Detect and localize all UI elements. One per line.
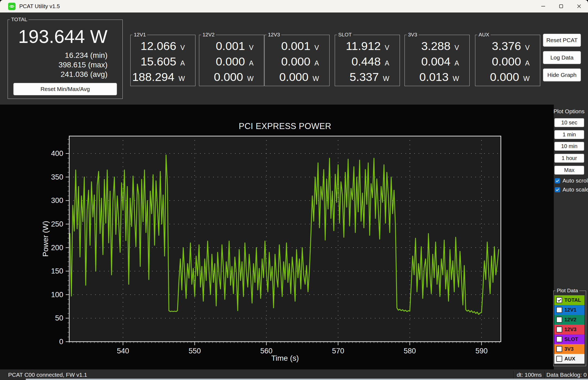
- rail-watts: 188.294: [132, 70, 174, 84]
- power-plot: 5405505605705805900501001502002503003504…: [0, 105, 554, 369]
- rail-panel-12v2: 12V2 0.001V 0.000A 0.000W: [199, 35, 264, 86]
- svg-text:0: 0: [59, 338, 63, 346]
- volts-unit: V: [314, 44, 319, 52]
- x-axis-label: Time (s): [69, 354, 501, 363]
- volts-unit: V: [525, 44, 530, 52]
- rail-volts: 3.376: [492, 39, 521, 53]
- legend-label: 12V1: [564, 307, 576, 313]
- watts-unit: W: [523, 75, 530, 83]
- total-avg-value: 241.036 (avg): [61, 70, 108, 79]
- svg-text:350: 350: [51, 173, 63, 181]
- svg-text:400: 400: [51, 149, 63, 158]
- rail-volts: 11.912: [346, 39, 381, 53]
- volts-unit: V: [385, 44, 389, 52]
- amps-unit: A: [314, 59, 319, 67]
- plot-options-title: Plot Options: [551, 108, 587, 115]
- rail-label: 12V1: [132, 32, 147, 38]
- auto-scale-checkbox[interactable]: Auto scale: [555, 186, 588, 193]
- rail-amps: 0.000: [216, 55, 245, 68]
- reset-pcat-button[interactable]: Reset PCAT: [543, 34, 581, 47]
- watts-unit: W: [383, 75, 389, 83]
- amps-unit: A: [385, 59, 389, 67]
- legend-row-12v3[interactable]: 12V3: [554, 325, 584, 334]
- plot-range-max-button[interactable]: Max: [554, 166, 584, 175]
- amps-unit: A: [454, 59, 459, 67]
- rail-volts: 0.001: [216, 39, 245, 53]
- 12v2-checkbox-icon: [556, 317, 562, 323]
- data-backlog-status: Data Backlog: 0: [545, 372, 588, 378]
- total-min-value: 16.234 (min): [65, 51, 108, 60]
- watts-unit: W: [247, 75, 254, 83]
- rail-volts: 12.066: [141, 39, 176, 53]
- auto-scale-check-icon: [555, 187, 560, 192]
- svg-text:150: 150: [51, 267, 63, 275]
- rail-watts: 0.000: [490, 70, 519, 84]
- rail-volts: 0.001: [281, 39, 311, 53]
- plot-data-panel: Plot Data TOTAL 12V1 12V2 12V3 SLOT 3V3 …: [553, 291, 586, 366]
- rail-label: 12V2: [201, 32, 216, 38]
- chart-title: PCI EXPRESS POWER: [69, 121, 501, 131]
- svg-text:50: 50: [55, 314, 63, 322]
- y-axis-label: Power (W): [40, 208, 51, 270]
- rail-panel-3v3: 3V3 3.288V 0.004A 0.013W: [404, 35, 470, 86]
- close-button[interactable]: [570, 0, 588, 12]
- legend-label: AUX: [564, 356, 575, 362]
- legend-row-total[interactable]: TOTAL: [554, 295, 584, 305]
- connection-status: PCAT C00 connected, FW v1.1: [8, 372, 87, 378]
- plot-range-10sec-button[interactable]: 10 sec: [554, 118, 584, 127]
- rail-volts: 3.288: [421, 39, 451, 53]
- reset-min-max-avg-button[interactable]: Reset Min/Max/Avg: [13, 83, 117, 95]
- rail-watts: 0.000: [214, 70, 243, 84]
- rail-watts: 0.000: [279, 70, 309, 84]
- 12v1-checkbox-icon: [556, 307, 562, 313]
- aux-checkbox-icon: [556, 356, 562, 362]
- hide-graph-button[interactable]: Hide Graph: [543, 68, 581, 81]
- rail-watts: 5.337: [350, 70, 379, 84]
- rail-amps: 0.004: [421, 55, 451, 68]
- volts-unit: V: [454, 44, 459, 52]
- total-panel-label: TOTAL: [10, 17, 29, 23]
- svg-text:200: 200: [51, 244, 63, 252]
- rail-amps: 0.000: [492, 55, 521, 68]
- log-data-button[interactable]: Log Data: [543, 51, 581, 64]
- rail-amps: 0.000: [281, 55, 311, 68]
- window-title: PCAT Utility v1.5: [19, 3, 60, 10]
- amps-unit: A: [525, 59, 530, 67]
- legend-row-3v3[interactable]: 3V3: [554, 344, 584, 354]
- nvidia-logo-icon: [8, 3, 15, 10]
- 12v3-checkbox-icon: [556, 326, 562, 332]
- volts-unit: V: [249, 44, 254, 52]
- plot-range-10min-button[interactable]: 10 min: [554, 142, 584, 151]
- watts-unit: W: [178, 75, 185, 83]
- rail-panel-12v1: 12V1 12.066V 15.605A 188.294W: [130, 35, 195, 86]
- total-panel: TOTAL 193.644 W 16.234 (min) 398.615 (ma…: [8, 20, 123, 99]
- legend-label: 3V3: [564, 346, 574, 352]
- legend-row-slot[interactable]: SLOT: [554, 334, 584, 344]
- rail-panel-slot: SLOT 11.912V 0.448A 5.337W: [335, 35, 400, 86]
- svg-text:100: 100: [51, 291, 63, 299]
- minimize-button[interactable]: [534, 0, 552, 12]
- maximize-button[interactable]: [552, 0, 570, 12]
- amps-unit: A: [249, 59, 254, 67]
- total-checkbox-icon: [556, 297, 562, 303]
- 3v3-checkbox-icon: [556, 346, 562, 352]
- total-power-value: 193.644 W: [18, 26, 108, 47]
- legend-row-aux[interactable]: AUX: [554, 354, 584, 364]
- auto-scroll-check-icon: [555, 178, 560, 183]
- window-bottom-edge: [26, 379, 588, 380]
- svg-text:250: 250: [51, 220, 63, 228]
- legend-row-12v1[interactable]: 12V1: [554, 305, 584, 315]
- rail-label: 3V3: [407, 32, 419, 38]
- rail-label: AUX: [477, 32, 491, 38]
- plot-range-1min-button[interactable]: 1 min: [554, 130, 584, 139]
- total-max-value: 398.615 (max): [58, 61, 108, 69]
- rail-panel-12v3: 12V3 0.001V 0.000A 0.000W: [264, 35, 330, 86]
- legend-row-12v2[interactable]: 12V2: [554, 315, 584, 325]
- auto-scroll-checkbox[interactable]: Auto scroll: [555, 177, 588, 184]
- legend-label: 12V2: [564, 317, 576, 323]
- legend-label: TOTAL: [564, 297, 581, 303]
- plot-range-1hour-button[interactable]: 1 hour: [554, 154, 584, 163]
- app-window: PCAT Utility v1.5 TOTAL 193.644 W 16.234…: [0, 0, 588, 380]
- rail-label: SLOT: [337, 32, 353, 38]
- rail-label: 12V3: [267, 32, 281, 38]
